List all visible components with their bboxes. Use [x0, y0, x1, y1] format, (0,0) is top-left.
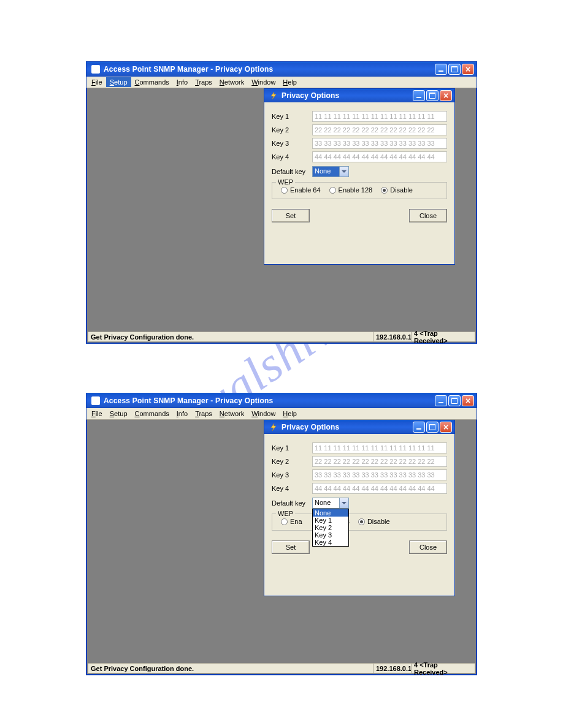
minimize-button[interactable]	[435, 64, 447, 75]
app-icon	[91, 396, 100, 405]
statusbar-2: Get Privacy Configuration done. 192.168.…	[88, 663, 475, 673]
status-right: 4 <Trap Received>	[411, 663, 475, 673]
key2-input[interactable]	[312, 124, 447, 135]
main-titlebar-2[interactable]: Access Point SNMP Manager - Privacy Opti…	[86, 393, 477, 408]
menu-window[interactable]: Window	[248, 77, 279, 87]
chevron-down-icon[interactable]	[339, 498, 348, 508]
dd-option-key3[interactable]: Key 3	[313, 531, 348, 539]
statusbar: Get Privacy Configuration done. 192.168.…	[88, 332, 475, 342]
main-window-2: Access Point SNMP Manager - Privacy Opti…	[86, 393, 477, 675]
main-close-button[interactable]	[462, 64, 474, 75]
wep-enable64[interactable]: Ena	[281, 518, 302, 525]
key3-label: Key 3	[272, 471, 312, 479]
status-right: 4 <Trap Received>	[411, 332, 475, 342]
menu-network[interactable]: Network	[216, 409, 248, 419]
window-title-2: Access Point SNMP Manager - Privacy Opti…	[102, 396, 435, 405]
wep-disable[interactable]: Disable	[381, 186, 413, 194]
defaultkey-combo-open[interactable]: None	[312, 498, 349, 509]
menu-file[interactable]: File	[88, 409, 106, 419]
wep-legend: WEP	[276, 510, 295, 517]
lightning-icon	[269, 91, 278, 100]
wep-group: WEP Enable 64 Enable 128 Disable	[272, 182, 447, 199]
key3-input[interactable]	[312, 469, 447, 480]
dialog-title-2: Privacy Options	[280, 423, 413, 431]
wep-enable64[interactable]: Enable 64	[281, 186, 321, 194]
defaultkey-dropdown[interactable]: None Key 1 Key 2 Key 3 Key 4	[312, 509, 349, 547]
dlg-maximize-button[interactable]	[426, 90, 439, 101]
status-ip: 192.168.0.1	[373, 663, 411, 673]
dialog-titlebar[interactable]: Privacy Options	[264, 89, 454, 102]
menu-setup[interactable]: Setup	[106, 409, 131, 419]
svg-marker-1	[271, 423, 276, 431]
key2-input[interactable]	[312, 456, 447, 467]
menubar[interactable]: File Setup Commands Info Traps Network W…	[86, 77, 477, 88]
set-button[interactable]: Set	[272, 209, 310, 222]
status-left: Get Privacy Configuration done.	[88, 663, 373, 673]
defaultkey-value: None	[313, 498, 339, 508]
svg-marker-0	[271, 92, 276, 99]
main-close-button[interactable]	[462, 395, 474, 406]
dialog-title: Privacy Options	[280, 91, 413, 100]
dlg-maximize-button[interactable]	[426, 422, 439, 433]
key1-input[interactable]	[312, 442, 447, 453]
minimize-button[interactable]	[435, 395, 447, 406]
dd-option-key2[interactable]: Key 2	[313, 524, 348, 531]
mdi-area-2: Privacy Options Key 1 Key 2 Key 3 Key 4	[88, 420, 475, 663]
menu-info[interactable]: Info	[173, 77, 191, 87]
wep-group-2: WEP Ena nable 128 Disable	[272, 514, 447, 531]
key2-label: Key 2	[272, 458, 312, 465]
menu-commands[interactable]: Commands	[131, 77, 173, 87]
menu-setup[interactable]: Setup	[106, 77, 131, 87]
key4-input[interactable]	[312, 483, 447, 494]
main-window-1: Access Point SNMP Manager - Privacy Opti…	[86, 61, 477, 344]
menu-commands[interactable]: Commands	[131, 409, 173, 419]
key1-input[interactable]	[312, 111, 447, 122]
app-icon	[91, 65, 100, 74]
dd-option-none[interactable]: None	[313, 509, 348, 517]
menu-file[interactable]: File	[88, 77, 106, 87]
defaultkey-label: Default key	[272, 168, 312, 175]
privacy-dialog: Privacy Options Key 1 Key 2 Key 3 Key 4	[264, 88, 455, 265]
dialog-titlebar-2[interactable]: Privacy Options	[264, 420, 454, 434]
main-titlebar[interactable]: Access Point SNMP Manager - Privacy Opti…	[86, 62, 477, 77]
defaultkey-value: None	[313, 167, 339, 176]
maximize-button[interactable]	[448, 395, 461, 406]
maximize-button[interactable]	[448, 64, 461, 75]
key4-label: Key 4	[272, 153, 312, 161]
dlg-close-button[interactable]	[440, 90, 452, 101]
key2-label: Key 2	[272, 126, 312, 134]
menu-traps[interactable]: Traps	[191, 77, 216, 87]
close-button[interactable]: Close	[409, 209, 447, 222]
menu-help[interactable]: Help	[279, 409, 301, 419]
dd-option-key4[interactable]: Key 4	[313, 539, 348, 546]
key1-label: Key 1	[272, 444, 312, 452]
menu-network[interactable]: Network	[216, 77, 248, 87]
menu-traps[interactable]: Traps	[191, 409, 216, 419]
key4-input[interactable]	[312, 151, 447, 162]
dlg-close-button[interactable]	[440, 422, 452, 433]
set-button[interactable]: Set	[272, 540, 310, 554]
wep-enable128[interactable]: Enable 128	[329, 186, 373, 194]
key3-input[interactable]	[312, 138, 447, 149]
wep-legend: WEP	[276, 178, 295, 186]
defaultkey-combo[interactable]: None	[312, 166, 349, 177]
menu-info[interactable]: Info	[173, 409, 191, 419]
dlg-minimize-button[interactable]	[413, 90, 425, 101]
dlg-minimize-button[interactable]	[413, 422, 425, 433]
dd-option-key1[interactable]: Key 1	[313, 517, 348, 524]
defaultkey-label: Default key	[272, 499, 312, 507]
privacy-dialog-2: Privacy Options Key 1 Key 2 Key 3 Key 4	[264, 420, 455, 596]
chevron-down-icon[interactable]	[339, 167, 348, 176]
menu-help[interactable]: Help	[279, 77, 301, 87]
window-title: Access Point SNMP Manager - Privacy Opti…	[102, 65, 435, 74]
close-button[interactable]: Close	[409, 540, 447, 554]
status-ip: 192.168.0.1	[373, 332, 411, 342]
menu-window[interactable]: Window	[248, 409, 279, 419]
menubar-2[interactable]: File Setup Commands Info Traps Network W…	[86, 408, 477, 420]
wep-disable[interactable]: Disable	[358, 518, 390, 525]
status-left: Get Privacy Configuration done.	[88, 332, 373, 342]
key3-label: Key 3	[272, 140, 312, 147]
key1-label: Key 1	[272, 113, 312, 120]
lightning-icon	[269, 423, 278, 431]
key4-label: Key 4	[272, 485, 312, 492]
